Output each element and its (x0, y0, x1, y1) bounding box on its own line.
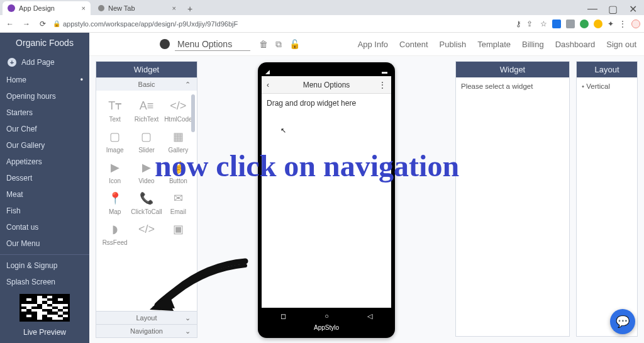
scrollbar[interactable] (191, 94, 195, 132)
widget-item-button[interactable]: ☝Button (164, 157, 193, 184)
right-layout-title: Layout (577, 62, 637, 77)
reload-button[interactable]: ⟳ (36, 20, 49, 28)
right-widget-body: Please select a widget (456, 77, 569, 95)
close-icon[interactable]: × (82, 4, 86, 12)
puzzle-icon[interactable]: ✦ (608, 20, 614, 28)
widget-item-rssfeed[interactable]: ◗RssFeed (100, 219, 130, 246)
widget-panel-title: Widget (96, 62, 197, 77)
cursor-icon: ↖ (280, 127, 286, 135)
widget-dropzone[interactable]: Drag and drop widget here ↖ (262, 94, 391, 308)
browser-tab[interactable]: New Tab × (93, 1, 181, 15)
widget-item-label: Button (164, 177, 193, 184)
widget-item-video[interactable]: ▶Video (131, 157, 162, 184)
new-tab-button[interactable]: + (184, 3, 196, 15)
widget-item-clicktocall[interactable]: 📞ClickToCall (131, 188, 162, 215)
sidebar-page[interactable]: Contat us (0, 219, 89, 235)
sidebar-page[interactable]: Our Menu (0, 235, 89, 252)
maximize-button[interactable]: ▢ (604, 3, 621, 15)
url-text: appstylo.com/workspace/app/design/-p9Uxd… (63, 20, 238, 28)
nav-app-info[interactable]: App Info (358, 40, 388, 49)
kebab-icon[interactable]: ⋮ (379, 81, 386, 89)
topbar: 🗑 ⧉ 🔓 App Info Content Publish Template … (89, 33, 644, 56)
ext-icon[interactable] (580, 20, 589, 28)
nav-home-icon[interactable]: ○ (325, 312, 329, 320)
sidebar-page[interactable]: Opening hours (0, 88, 89, 104)
minimize-button[interactable]: — (584, 3, 601, 15)
add-page-button[interactable]: + Add Page (0, 53, 89, 72)
ext-icon[interactable] (552, 20, 561, 28)
sidebar-item-splash[interactable]: Splash Screen (0, 274, 89, 290)
widget-item-slider[interactable]: ▢Slider (131, 127, 162, 154)
key-icon[interactable]: ⚷ (516, 20, 521, 28)
RssFeed-icon: ◗ (100, 219, 130, 239)
browser-toolbar: ← → ⟳ 🔒 appstylo.com/workspace/app/desig… (0, 15, 644, 33)
phone-brand: AppStylo (262, 324, 391, 333)
workspace: Widget Basic ⌃ TᴛTextA≡RichText</>HtmlCo… (89, 56, 644, 343)
menu-icon[interactable]: ⋮ (619, 20, 626, 28)
forward-button[interactable]: → (20, 20, 33, 28)
star-icon[interactable]: ☆ (540, 20, 547, 28)
address-bar[interactable]: 🔒 appstylo.com/workspace/app/design/-p9U… (53, 20, 248, 28)
unlock-icon[interactable]: 🔓 (289, 39, 300, 50)
sidebar-item-login[interactable]: Login & Signup (0, 257, 89, 274)
ext-icon[interactable] (594, 20, 602, 28)
widget-item-image[interactable]: ▢Image (100, 127, 130, 154)
copy-icon[interactable]: ⧉ (275, 39, 282, 50)
sidebar-page[interactable]: Our Gallery (0, 137, 89, 154)
widget-item-icon[interactable]: ▶Icon (100, 157, 130, 184)
close-icon[interactable]: × (172, 4, 176, 12)
widget-item-email[interactable]: ✉Email (164, 188, 193, 215)
widget-item-map[interactable]: 📍Map (100, 188, 130, 215)
widget-item-richtext[interactable]: A≡RichText (131, 96, 162, 123)
nav-signout[interactable]: Sign out (606, 40, 636, 49)
widget-item-unnamed[interactable]: ▣ (164, 219, 193, 246)
extension-icons: ⚷ ⇪ ☆ ✦ ⋮ (516, 20, 640, 28)
back-icon[interactable]: ‹ (267, 81, 269, 89)
nav-billing[interactable]: Billing (522, 40, 544, 49)
share-icon[interactable]: ⇪ (526, 20, 535, 28)
page-title-input[interactable] (175, 38, 250, 51)
sidebar-page[interactable]: Appetizers (0, 154, 89, 170)
sidebar-page[interactable]: Our Chef (0, 121, 89, 137)
widget-item-htmlcode[interactable]: </>HtmlCode (164, 96, 193, 123)
widget-icon: ▣ (164, 219, 193, 239)
chat-bubble-button[interactable]: 💬 (610, 309, 635, 334)
nav-square-icon[interactable]: ◻ (280, 312, 286, 320)
browser-tab[interactable]: App Design × (3, 1, 91, 15)
close-window-button[interactable]: ✕ (624, 3, 641, 15)
sidebar-page[interactable]: Starters (0, 104, 89, 121)
nav-dashboard[interactable]: Dashboard (555, 40, 596, 49)
layout-option-vertical[interactable]: Vertical (582, 82, 632, 90)
ext-icon[interactable] (566, 20, 575, 28)
widget-item-gallery[interactable]: ▦Gallery (164, 127, 193, 154)
nav-template[interactable]: Template (477, 40, 511, 49)
nav-content[interactable]: Content (399, 40, 428, 49)
app-root: Organic Foods + Add Page Home Opening ho… (0, 33, 644, 343)
back-button[interactable]: ← (4, 20, 16, 28)
trash-icon[interactable]: 🗑 (259, 39, 268, 50)
top-nav: App Info Content Publish Template Billin… (358, 40, 636, 49)
nav-back-icon[interactable]: ◁ (367, 312, 372, 320)
chevron-up-icon: ⌃ (185, 81, 191, 89)
right-widget-title: Widget (456, 62, 569, 77)
widget-item-label: Image (100, 147, 130, 154)
widget-item-label: Gallery (164, 147, 193, 154)
lock-icon: 🔒 (53, 20, 60, 27)
widget-item-text[interactable]: TᴛText (100, 96, 130, 123)
sidebar-page[interactable]: Fish (0, 203, 89, 219)
live-preview-label[interactable]: Live Preview (0, 322, 89, 343)
widget-item-unnamed[interactable]: </> (131, 219, 162, 246)
widget-item-label: Map (100, 208, 130, 215)
phone-page-title: Menu Options (262, 81, 391, 89)
sidebar-page-home[interactable]: Home (0, 72, 89, 88)
add-page-label: Add Page (21, 58, 55, 67)
avatar-icon[interactable] (631, 20, 640, 28)
sidebar-page[interactable]: Dessert (0, 170, 89, 186)
nav-publish[interactable]: Publish (440, 40, 467, 49)
accordion-layout[interactable]: Layout ⌄ (96, 311, 197, 324)
accordion-basic[interactable]: Basic ⌃ (96, 77, 197, 91)
Map-icon: 📍 (100, 188, 130, 208)
widget-item-label: Text (100, 116, 130, 123)
sidebar-page[interactable]: Meat (0, 186, 89, 203)
accordion-navigation[interactable]: Navigation ⌄ (96, 324, 197, 337)
